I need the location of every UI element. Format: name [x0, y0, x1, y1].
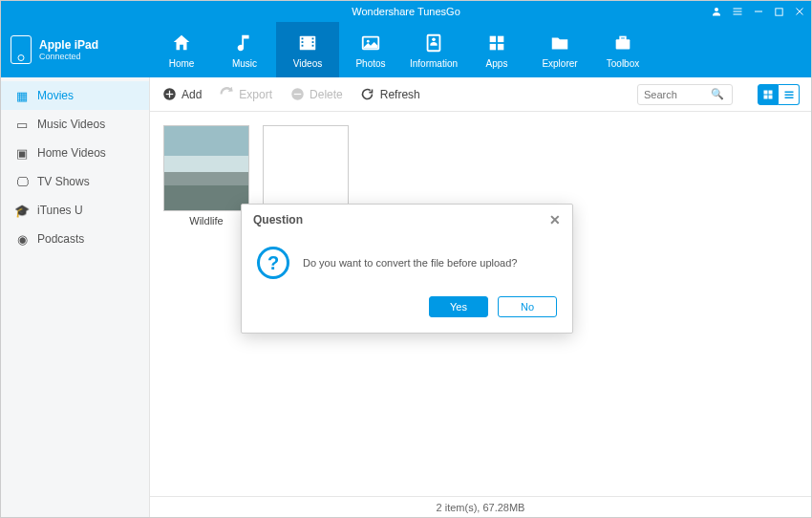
svg-rect-31 — [769, 90, 773, 94]
svg-rect-3 — [734, 14, 742, 15]
view-toggle — [758, 84, 800, 105]
titlebar: Wondershare TunesGo — [1, 1, 811, 22]
delete-icon — [289, 87, 305, 102]
movies-icon: ▦ — [14, 89, 30, 103]
add-label: Add — [182, 88, 202, 101]
svg-point-0 — [715, 8, 718, 11]
status-bar: 2 item(s), 67.28MB — [150, 496, 811, 517]
podcasts-icon: ◉ — [14, 232, 30, 247]
search-box[interactable]: 🔍 — [637, 84, 733, 105]
dialog-message: Do you want to convert the file before u… — [303, 257, 517, 269]
nav-home[interactable]: Home — [150, 22, 213, 77]
svg-rect-2 — [734, 11, 742, 12]
video-item[interactable]: Wildlife — [163, 125, 249, 227]
export-button[interactable]: Export — [219, 87, 272, 102]
svg-rect-32 — [764, 95, 768, 98]
svg-rect-13 — [312, 41, 314, 43]
window-controls — [711, 1, 805, 22]
maximize-button[interactable] — [774, 7, 784, 17]
svg-rect-29 — [293, 94, 301, 95]
videos-icon — [296, 32, 319, 54]
video-thumbnail — [163, 125, 249, 211]
delete-button[interactable]: Delete — [289, 87, 343, 102]
refresh-label: Refresh — [380, 88, 420, 101]
grid-view-button[interactable] — [758, 84, 779, 105]
tv-icon: 🖵 — [14, 175, 30, 189]
header: Apple iPad Connected Home Music Videos P… — [1, 22, 811, 77]
explorer-icon — [548, 32, 571, 54]
sidebar-item-label: Music Videos — [37, 118, 105, 131]
svg-rect-21 — [490, 43, 496, 49]
home-icon — [170, 32, 193, 54]
svg-rect-20 — [498, 35, 503, 41]
user-icon[interactable] — [711, 6, 722, 17]
svg-rect-22 — [498, 43, 503, 49]
dialog-body: ? Do you want to convert the file before… — [242, 235, 572, 287]
nav-explorer[interactable]: Explorer — [528, 22, 591, 77]
refresh-button[interactable]: Refresh — [360, 87, 420, 102]
dialog-footer: Yes No — [242, 287, 572, 333]
device-status: Connected — [39, 52, 98, 61]
yes-button[interactable]: Yes — [429, 296, 488, 317]
sidebar-item-podcasts[interactable]: ◉ Podcasts — [1, 225, 149, 253]
svg-rect-14 — [312, 44, 314, 46]
nav-videos[interactable]: Videos — [276, 22, 339, 77]
sidebar-item-movies[interactable]: ▦ Movies — [1, 81, 149, 110]
export-label: Export — [239, 88, 272, 101]
svg-point-16 — [367, 39, 370, 42]
nav-photos[interactable]: Photos — [339, 22, 402, 77]
no-button[interactable]: No — [498, 296, 557, 317]
nav-apps[interactable]: Apps — [465, 22, 528, 77]
nav-label: Information — [410, 58, 458, 69]
nav-music[interactable]: Music — [213, 22, 276, 77]
svg-rect-4 — [755, 11, 762, 12]
status-text: 2 item(s), 67.28MB — [437, 502, 525, 513]
nav-information[interactable]: Information — [402, 22, 465, 77]
app-window: Wondershare TunesGo Apple iPad Connected… — [0, 0, 812, 518]
sidebar-item-label: Home Videos — [37, 146, 106, 160]
menu-icon[interactable] — [732, 6, 743, 17]
device-name: Apple iPad — [39, 38, 98, 52]
itunes-u-icon: 🎓 — [14, 204, 30, 218]
music-videos-icon: ▭ — [14, 118, 30, 132]
sidebar: ▦ Movies ▭ Music Videos ▣ Home Videos 🖵 … — [1, 77, 150, 517]
sidebar-item-home-videos[interactable]: ▣ Home Videos — [1, 139, 149, 167]
device-panel[interactable]: Apple iPad Connected — [1, 22, 150, 77]
nav-label: Toolbox — [607, 58, 639, 69]
nav-toolbox[interactable]: Toolbox — [591, 22, 654, 77]
delete-label: Delete — [310, 88, 343, 101]
sidebar-item-label: Podcasts — [37, 232, 84, 246]
svg-rect-12 — [312, 37, 314, 39]
svg-rect-35 — [784, 94, 793, 96]
video-thumbnail — [263, 125, 349, 211]
sidebar-item-itunes-u[interactable]: 🎓 iTunes U — [1, 196, 149, 225]
svg-rect-33 — [769, 95, 773, 98]
music-icon — [233, 32, 256, 54]
device-icon — [11, 35, 32, 64]
sidebar-item-tv-shows[interactable]: 🖵 TV Shows — [1, 167, 149, 196]
dialog-close-button[interactable]: ✕ — [549, 212, 561, 227]
close-button[interactable] — [794, 6, 805, 17]
information-icon — [422, 32, 445, 54]
svg-rect-30 — [764, 90, 768, 94]
export-icon — [219, 87, 234, 102]
app-title: Wondershare TunesGo — [352, 6, 460, 17]
toolbox-icon — [611, 32, 634, 54]
video-label: Wildlife — [189, 215, 223, 227]
svg-rect-34 — [784, 91, 793, 93]
sidebar-item-label: Movies — [37, 89, 74, 102]
svg-rect-9 — [302, 37, 304, 39]
add-button[interactable]: Add — [161, 87, 202, 102]
nav-label: Apps — [486, 58, 508, 69]
question-dialog: Question ✕ ? Do you want to convert the … — [241, 204, 573, 334]
svg-rect-24 — [620, 36, 626, 39]
photos-icon — [359, 32, 382, 54]
video-item[interactable] — [263, 125, 349, 215]
svg-rect-1 — [734, 9, 742, 10]
search-input[interactable] — [644, 89, 711, 100]
dialog-header: Question ✕ — [242, 205, 572, 235]
list-view-button[interactable] — [779, 84, 800, 105]
sidebar-item-music-videos[interactable]: ▭ Music Videos — [1, 110, 149, 139]
minimize-button[interactable] — [753, 6, 764, 17]
plus-icon — [161, 87, 177, 102]
